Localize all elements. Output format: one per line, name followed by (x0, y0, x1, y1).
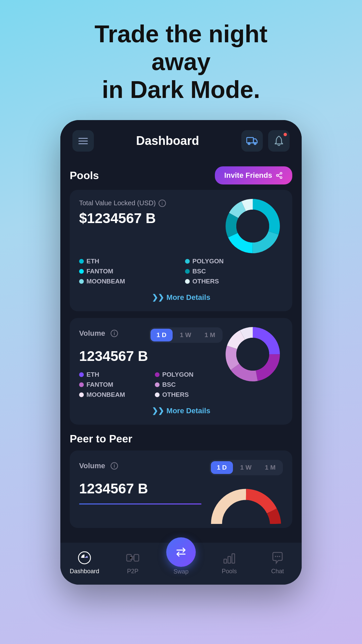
pools-section-header: Pools Invite Friends (70, 166, 292, 184)
svg-line-9 (278, 174, 280, 175)
volume-legend-grid: ETHPOLYGONFANTOMBSCMOONBEAMOTHERS (79, 371, 223, 398)
dashboard-icon-wrap (76, 550, 93, 566)
svg-point-5 (280, 172, 282, 174)
share-icon (276, 172, 283, 179)
app-header: Dashboard (60, 120, 302, 158)
volume-value: 1234567 B (79, 348, 223, 364)
svg-rect-0 (247, 138, 253, 143)
volume-card-left: Volume i 1 D 1 W 1 M 1234567 B ETHPOLYGO… (79, 327, 223, 398)
pools-icon-wrap (221, 550, 237, 566)
tvl-donut-chart (223, 196, 283, 256)
svg-point-17 (236, 210, 269, 243)
p2p-volume-card: Volume i 1 D 1 W 1 M 1234567 B (70, 450, 292, 528)
notification-button[interactable] (268, 130, 290, 152)
p2p-icon (126, 551, 139, 565)
svg-point-4 (255, 143, 255, 144)
tab-1w[interactable]: 1 W (174, 329, 197, 341)
tvl-card-left: Total Value Locked (USD) i $1234567 B (79, 199, 223, 233)
p2p-icon-wrap (125, 550, 141, 566)
svg-line-8 (278, 176, 280, 177)
swap-fab-button[interactable] (166, 537, 196, 567)
svg-point-34 (279, 556, 280, 557)
nav-chat[interactable]: Chat (261, 550, 294, 575)
legend-item: ETH (79, 258, 177, 265)
hamburger-icon (78, 138, 88, 144)
page-title: Dashboard (136, 134, 199, 148)
p2p-tab-1m[interactable]: 1 M (259, 461, 282, 474)
truck-button[interactable] (241, 130, 263, 152)
svg-rect-29 (224, 559, 227, 563)
legend-item: OTHERS (185, 278, 283, 285)
chat-icon (271, 551, 284, 565)
volume-card: Volume i 1 D 1 W 1 M 1234567 B ETHPOLYGO… (70, 318, 292, 425)
nav-dashboard-label: Dashboard (70, 568, 99, 575)
menu-button[interactable] (72, 130, 94, 152)
p2p-tab-1w[interactable]: 1 W (234, 461, 258, 474)
tab-1m[interactable]: 1 M (198, 329, 221, 341)
volume-top-row: Volume i 1 D 1 W 1 M (79, 327, 223, 343)
legend-item: POLYGON (155, 371, 223, 378)
truck-icon (246, 136, 258, 146)
tvl-legend-grid: ETHPOLYGONFANTOMBSCMOONBEAMOTHERS (79, 258, 283, 285)
nav-pools-label: Pools (222, 568, 237, 575)
svg-rect-28 (134, 554, 139, 561)
volume-more-details[interactable]: ❯❯ More Details (79, 407, 283, 415)
svg-rect-30 (228, 556, 231, 563)
nav-p2p-label: P2P (127, 568, 138, 575)
p2p-title: Peer to Peer (70, 433, 132, 445)
p2p-volume-info-icon[interactable]: i (111, 462, 118, 470)
nav-pools[interactable]: Pools (213, 550, 246, 575)
svg-point-7 (280, 177, 282, 179)
nav-dashboard[interactable]: Dashboard (68, 550, 101, 575)
app-content: Pools Invite Friends Total Value Locked … (60, 158, 302, 543)
hero-title: Trade the night away in Dark Mode. (64, 20, 298, 103)
volume-card-content: Volume i 1 D 1 W 1 M 1234567 B ETHPOLYGO… (79, 327, 283, 398)
tvl-card-content: Total Value Locked (USD) i $1234567 B (79, 199, 283, 256)
svg-point-3 (249, 143, 249, 144)
legend-item: OTHERS (155, 391, 223, 398)
legend-item: BSC (185, 268, 283, 275)
p2p-half-donut-chart (209, 487, 283, 524)
bell-icon (274, 136, 284, 146)
p2p-tab-1d[interactable]: 1 D (211, 461, 233, 474)
legend-item: FANTOM (79, 268, 177, 275)
nav-swap[interactable]: Swap (164, 549, 198, 575)
volume-donut-chart (223, 324, 283, 384)
pools-title: Pools (70, 169, 99, 182)
legend-item: BSC (155, 381, 223, 388)
legend-item: POLYGON (185, 258, 283, 265)
p2p-section-header: Peer to Peer (70, 433, 292, 445)
dashboard-icon (78, 551, 91, 565)
volume-label: Volume i (79, 329, 118, 338)
svg-point-25 (236, 338, 269, 371)
legend-item: MOONBEAM (79, 391, 147, 398)
nav-swap-label: Swap (173, 568, 188, 575)
svg-point-6 (277, 175, 279, 177)
svg-rect-31 (232, 554, 235, 563)
tab-1d[interactable]: 1 D (150, 329, 173, 341)
svg-point-33 (277, 556, 278, 557)
nav-chat-label: Chat (271, 568, 284, 575)
p2p-volume-top-row: Volume i 1 D 1 W 1 M (79, 460, 283, 475)
volume-time-tabs: 1 D 1 W 1 M (149, 327, 223, 343)
tvl-card: Total Value Locked (USD) i $1234567 B (70, 190, 292, 311)
p2p-volume-time-tabs: 1 D 1 W 1 M (209, 460, 283, 475)
p2p-volume-label: Volume i (79, 462, 118, 470)
tvl-more-details[interactable]: ❯❯ More Details (79, 293, 283, 302)
legend-item: ETH (79, 371, 147, 378)
tvl-info-icon[interactable]: i (159, 200, 166, 207)
svg-point-32 (275, 556, 276, 557)
swap-icon (174, 545, 188, 559)
legend-item: FANTOM (79, 381, 147, 388)
bottom-nav: Dashboard P2P Swap (60, 543, 302, 585)
invite-friends-button[interactable]: Invite Friends (215, 166, 292, 184)
nav-p2p[interactable]: P2P (116, 550, 149, 575)
phone-shell: Dashboard P (60, 120, 302, 585)
legend-item: MOONBEAM (79, 278, 177, 285)
tvl-value: $1234567 B (79, 210, 223, 226)
header-actions (241, 130, 290, 152)
volume-info-icon[interactable]: i (111, 330, 118, 337)
chat-icon-wrap (269, 550, 286, 566)
tvl-label: Total Value Locked (USD) i (79, 199, 223, 207)
pools-icon (223, 551, 236, 565)
